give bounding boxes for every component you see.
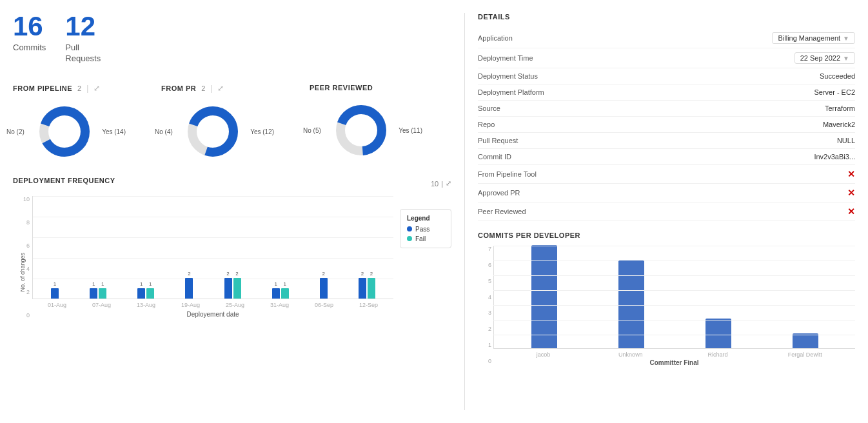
deployment-freq-max: 10 bbox=[431, 180, 439, 188]
from-pipeline-donut: No (2) Yes (14) bbox=[13, 99, 116, 164]
x-label: 06-Sep bbox=[311, 302, 337, 308]
y-label-3: 4 bbox=[26, 266, 30, 272]
commits-bar-group bbox=[618, 260, 644, 348]
peer-reviewed-donut: No (5) Yes (11) bbox=[310, 98, 413, 162]
commits-bar bbox=[793, 333, 818, 348]
svg-point-1 bbox=[44, 111, 85, 152]
x-label: 25-Aug bbox=[222, 302, 248, 308]
y-axis-label: No. of changes bbox=[19, 253, 26, 292]
commits-x-label: Fergal Dewitt bbox=[785, 351, 824, 358]
pr-label: PullRequests bbox=[65, 43, 101, 64]
from-pipeline-card: FROM PIPELINE 2 | ⤢ No (2) Yes (14) bbox=[13, 84, 155, 164]
fail-bar: 2 bbox=[368, 278, 375, 299]
legend-fail-label: Fail bbox=[415, 235, 426, 242]
details-row: ApplicationBilling Management▼ bbox=[478, 28, 855, 48]
deployment-freq-expand-icon[interactable]: ⤢ bbox=[446, 179, 451, 188]
details-key: Pull Request bbox=[478, 137, 518, 144]
peer-reviewed-yes-label: Yes (11) bbox=[399, 126, 422, 133]
details-row: Peer Reviewed✕ bbox=[478, 202, 855, 221]
details-val: Server - EC2 bbox=[814, 88, 855, 96]
from-pr-no-label: No (4) bbox=[155, 128, 173, 135]
from-pipeline-count: 2 bbox=[77, 84, 81, 92]
details-row: Deployment Time22 Sep 2022▼ bbox=[478, 48, 855, 68]
commits-bar-group bbox=[793, 333, 818, 348]
details-row: From Pipeline Tool✕ bbox=[478, 165, 855, 184]
legend-pass-item: Pass bbox=[407, 226, 444, 233]
details-val: Succeeded bbox=[820, 72, 855, 80]
details-val: Terraform bbox=[825, 104, 855, 112]
y-label-5: 0 bbox=[26, 312, 30, 319]
legend-title: Legend bbox=[407, 215, 444, 222]
bar-group: 11 bbox=[272, 288, 289, 299]
x-label: 31-Aug bbox=[267, 302, 293, 308]
fail-bar: 1 bbox=[99, 288, 106, 299]
y-label-2: 6 bbox=[26, 242, 30, 249]
peer-reviewed-card: PEER REVIEWED No (5) Yes (11) bbox=[310, 84, 451, 164]
details-row: Deployment PlatformServer - EC2 bbox=[478, 84, 855, 101]
details-key: Deployment Status bbox=[478, 72, 538, 80]
peer-reviewed-no-label: No (5) bbox=[303, 126, 321, 133]
details-key: Repo bbox=[478, 121, 495, 128]
x-label: 01-Aug bbox=[44, 302, 70, 308]
bar-group: 2 bbox=[185, 278, 193, 299]
details-val[interactable]: 22 Sep 2022▼ bbox=[794, 52, 855, 64]
details-key: Source bbox=[478, 104, 500, 112]
bar-group: 1 bbox=[51, 288, 59, 299]
details-key: Commit ID bbox=[478, 153, 511, 161]
details-val[interactable]: Billing Management▼ bbox=[772, 32, 855, 44]
commits-per-dev-section: COMMITS PER DEVELOPER 7 6 5 4 3 2 1 0 bbox=[478, 231, 855, 388]
from-pipeline-no-label: No (2) bbox=[6, 128, 25, 135]
details-row: Approved PR✕ bbox=[478, 184, 855, 202]
details-val: Maverick2 bbox=[823, 121, 855, 128]
details-key: From Pipeline Tool bbox=[478, 170, 537, 178]
details-row: Deployment StatusSucceeded bbox=[478, 68, 855, 84]
commits-per-dev-title: COMMITS PER DEVELOPER bbox=[478, 231, 855, 239]
from-pipeline-yes-label: Yes (14) bbox=[102, 128, 126, 135]
from-pr-donut: No (4) Yes (12) bbox=[161, 99, 264, 164]
details-key: Deployment Platform bbox=[478, 88, 544, 96]
details-val: Inv2v3aBi3... bbox=[814, 153, 855, 161]
details-row: SourceTerraform bbox=[478, 101, 855, 117]
bar-group: 22 bbox=[224, 278, 241, 299]
details-row: RepoMaverick2 bbox=[478, 117, 855, 133]
from-pr-yes-label: Yes (12) bbox=[250, 128, 274, 135]
from-pr-count: 2 bbox=[201, 84, 205, 92]
details-val: ✕ bbox=[847, 188, 855, 198]
from-pr-title: FROM PR bbox=[161, 84, 196, 92]
from-pipeline-expand-icon[interactable]: ⤢ bbox=[94, 84, 100, 93]
details-val: ✕ bbox=[847, 206, 855, 217]
bar-group: 11 bbox=[90, 288, 106, 299]
pass-bar: 1 bbox=[51, 288, 59, 299]
x-axis-title: Deployement date bbox=[32, 311, 393, 318]
commits-bar bbox=[618, 260, 644, 348]
pass-bar: 2 bbox=[224, 278, 232, 299]
commits-x-title: Committer Final bbox=[493, 359, 855, 366]
pull-requests-stat: 12 PullRequests bbox=[65, 13, 101, 64]
bar-group: 2 bbox=[320, 278, 328, 299]
from-pipeline-title: FROM PIPELINE bbox=[13, 84, 72, 92]
from-pr-expand-icon[interactable]: ⤢ bbox=[217, 84, 224, 93]
pass-bar: 2 bbox=[359, 278, 366, 299]
details-key: Approved PR bbox=[478, 189, 520, 197]
peer-reviewed-title: PEER REVIEWED bbox=[310, 84, 373, 92]
x-label: 12-Sep bbox=[356, 302, 382, 308]
legend-pass-dot bbox=[407, 226, 412, 231]
y-label-0: 10 bbox=[23, 196, 30, 202]
bar-group: 22 bbox=[359, 278, 375, 299]
x-label: 19-Aug bbox=[178, 302, 204, 308]
pass-bar: 2 bbox=[320, 278, 328, 299]
details-row: Pull RequestNULL bbox=[478, 133, 855, 149]
details-key: Application bbox=[478, 34, 513, 42]
details-row: Commit IDInv2v3aBi3... bbox=[478, 149, 855, 165]
legend-box: Legend Pass Fail bbox=[400, 209, 451, 248]
pr-number: 12 bbox=[65, 13, 101, 40]
deployment-frequency-title: DEPLOYMENT FREQUENCY bbox=[13, 177, 115, 184]
pass-bar: 1 bbox=[272, 288, 280, 299]
details-section: DETAILS ApplicationBilling Management▼De… bbox=[478, 13, 855, 221]
x-label: 07-Aug bbox=[89, 302, 115, 308]
legend-fail-item: Fail bbox=[407, 235, 444, 242]
details-val: ✕ bbox=[847, 169, 855, 179]
commits-stat: 16 Commits bbox=[13, 13, 46, 64]
details-key: Deployment Time bbox=[478, 54, 533, 62]
legend-fail-dot bbox=[407, 236, 412, 241]
